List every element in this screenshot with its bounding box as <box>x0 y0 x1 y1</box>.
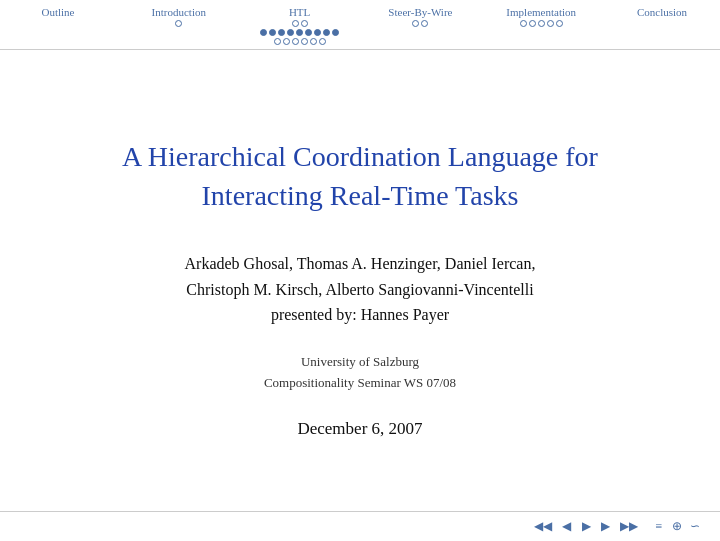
dot <box>412 20 419 27</box>
dot-filled <box>323 29 330 36</box>
slide-title: A Hierarchical Coordination Language for… <box>122 137 598 215</box>
nav-label-introduction: Introduction <box>152 6 206 18</box>
nav-arrow-prev-prev[interactable]: ◀◀ <box>532 519 554 534</box>
dot-filled <box>305 29 312 36</box>
zoom-icon[interactable]: ⊕ <box>670 520 684 534</box>
dot <box>520 20 527 27</box>
dot-filled <box>260 29 267 36</box>
dot <box>421 20 428 27</box>
dot <box>301 38 308 45</box>
dot <box>556 20 563 27</box>
nav-label-conclusion: Conclusion <box>637 6 687 18</box>
dot <box>175 20 182 27</box>
dot <box>292 38 299 45</box>
dot <box>538 20 545 27</box>
bottom-right-icons: ≡ ⊕ ∽ <box>652 520 702 534</box>
dot <box>310 38 317 45</box>
dot <box>274 38 281 45</box>
nav-arrow-next[interactable]: ▶ <box>599 519 612 534</box>
nav-arrow-next-next[interactable]: ▶▶ <box>618 519 640 534</box>
nav-item-introduction[interactable]: Introduction <box>139 6 219 27</box>
dot-filled <box>269 29 276 36</box>
nav-dots-htl-row2 <box>260 29 339 36</box>
dot <box>292 20 299 27</box>
dot-filled <box>287 29 294 36</box>
dot-filled <box>296 29 303 36</box>
affiliation: University of Salzburg Compositionality … <box>264 352 456 394</box>
nav-item-htl[interactable]: HTL <box>260 6 340 45</box>
nav-dots-htl-row1 <box>292 20 308 27</box>
dot <box>529 20 536 27</box>
nav-dots-impl <box>520 20 563 27</box>
dot <box>319 38 326 45</box>
dot <box>301 20 308 27</box>
slide-content: A Hierarchical Coordination Language for… <box>0 50 720 506</box>
slide-title-line1: A Hierarchical Coordination Language for <box>122 141 598 172</box>
dot <box>547 20 554 27</box>
nav-label-steer-by-wire: Steer-By-Wire <box>388 6 452 18</box>
nav-bar: Outline Introduction HTL <box>0 0 720 50</box>
dot <box>283 38 290 45</box>
nav-item-conclusion[interactable]: Conclusion <box>622 6 702 18</box>
nav-label-htl: HTL <box>289 6 310 18</box>
bottom-bar: ◀◀ ◀ ▶ ▶ ▶▶ ≡ ⊕ ∽ <box>0 511 720 541</box>
nav-arrow-prev[interactable]: ◀ <box>560 519 573 534</box>
menu-icon[interactable]: ≡ <box>652 520 666 534</box>
affiliation-line2: Compositionality Seminar WS 07/08 <box>264 375 456 390</box>
authors-line1: Arkadeb Ghosal, Thomas A. Henzinger, Dan… <box>185 255 536 272</box>
nav-label-implementation: Implementation <box>506 6 576 18</box>
triangle-icon: ▶ <box>579 520 593 534</box>
settings-icon[interactable]: ∽ <box>688 520 702 534</box>
slide-title-line2: Interacting Real-Time Tasks <box>202 180 519 211</box>
nav-label-outline: Outline <box>42 6 75 18</box>
affiliation-line1: University of Salzburg <box>301 354 419 369</box>
nav-dots-steer <box>412 20 428 27</box>
presenter: presented by: Hannes Payer <box>271 306 449 323</box>
nav-item-steer-by-wire[interactable]: Steer-By-Wire <box>380 6 460 27</box>
nav-dots-htl-row3 <box>274 38 326 45</box>
authors-line2: Christoph M. Kirsch, Alberto Sangiovanni… <box>186 281 533 298</box>
nav-item-implementation[interactable]: Implementation <box>501 6 581 27</box>
bottom-nav-icons[interactable]: ◀◀ ◀ ▶ ▶ ▶▶ <box>532 519 640 534</box>
nav-dots-introduction <box>175 20 182 27</box>
nav-item-outline[interactable]: Outline <box>18 6 98 18</box>
dot-filled <box>314 29 321 36</box>
dot-filled <box>278 29 285 36</box>
dot-filled <box>332 29 339 36</box>
date: December 6, 2007 <box>297 419 422 439</box>
authors: Arkadeb Ghosal, Thomas A. Henzinger, Dan… <box>185 251 536 328</box>
